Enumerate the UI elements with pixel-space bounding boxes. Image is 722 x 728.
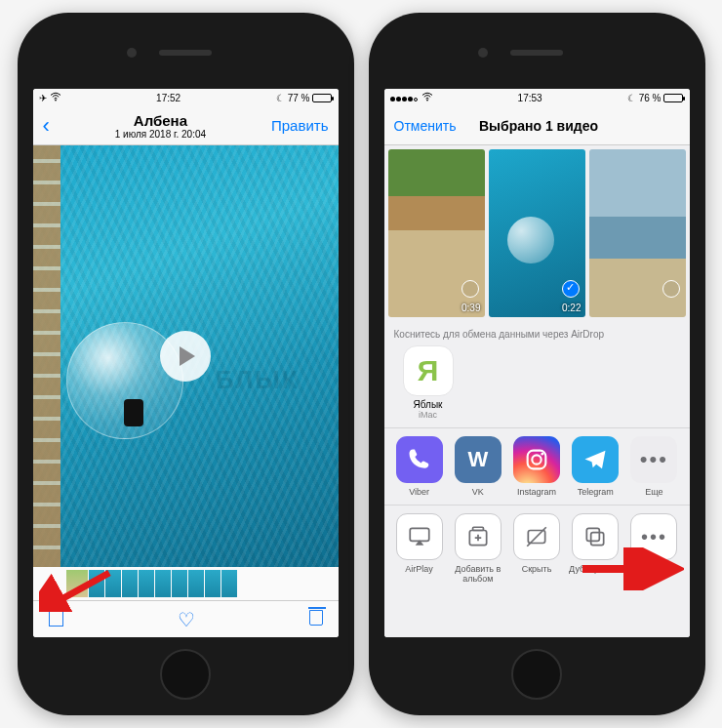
svg-point-2 [426,100,428,101]
phone-speaker [159,50,212,56]
airplay-icon [396,513,443,560]
airdrop-section: Коснитесь для обмена данными через AirDr… [384,321,690,427]
svg-rect-13 [587,528,600,541]
screen-right: 17:53 ☾ 76 % Отменить Выбрано 1 видео 0:… [384,89,690,637]
watermark: БЛЫК [216,365,300,395]
vk-icon: W [455,436,501,483]
share-thumb-0[interactable]: 0:39 [388,149,485,317]
nav-bar: ‹ Албена 1 июля 2018 г. 20:04 Править [33,106,339,145]
share-button[interactable] [49,609,63,630]
phone-camera [478,48,488,58]
airdrop-hint: Коснитесь для обмена данными через AirDr… [394,329,680,340]
share-icon [49,609,63,627]
play-button[interactable] [160,331,211,382]
screen-left: ✈︎ 17:52 ☾ 77 % ‹ Албена 1 июля 2018 г. … [33,89,339,637]
app-label: Telegram [578,487,614,497]
nav-title-block: Выбрано 1 видео [456,118,621,134]
cancel-button[interactable]: Отменить [394,118,457,134]
action-label: AirPlay [405,564,433,574]
edit-button[interactable]: Править [271,117,329,134]
svg-point-0 [55,100,57,101]
share-thumb-1[interactable]: 0:22 [489,149,585,317]
share-app-instagram[interactable]: Instagram [507,436,566,497]
action-hide[interactable]: Скрыть [507,513,566,584]
action-more[interactable]: ••• Еще [624,513,683,584]
trash-icon [309,610,323,626]
signal-icon [390,93,419,103]
video-preview[interactable]: БЛЫК [33,145,339,567]
add-album-icon [455,513,501,560]
wifi-icon [421,92,433,103]
share-actions-row: AirPlay Добавить в альбом Скрыть Дублиро… [384,505,690,591]
share-app-vk[interactable]: W VK [449,436,507,497]
select-badge[interactable] [662,280,680,298]
select-badge-checked[interactable] [562,280,580,298]
share-app-telegram[interactable]: Telegram [566,436,624,497]
telegram-icon [572,436,619,483]
beach-strip [33,145,60,567]
action-add-to-album[interactable]: Добавить в альбом [449,513,507,584]
instagram-icon [513,436,560,483]
delete-button[interactable] [309,610,323,629]
contact-device: iMac [419,410,437,420]
action-label: Еще [645,564,662,574]
battery-pct: 76 % [639,93,662,103]
status-time: 17:52 [156,93,180,103]
nav-title: Выбрано 1 видео [456,118,621,134]
share-thumb-2[interactable] [589,149,686,317]
phone-camera [127,48,137,58]
more-icon: ••• [630,436,677,483]
moon-icon: ☾ [276,93,285,103]
battery-icon [663,94,683,102]
duration-label: 0:22 [562,303,581,313]
favorite-button[interactable]: ♡ [178,608,195,631]
phone-speaker [510,50,563,56]
viber-icon [396,436,443,483]
nav-bar: Отменить Выбрано 1 видео [384,106,690,145]
app-label: VK [472,487,484,497]
action-duplicate[interactable]: Дублировать [566,513,624,584]
bottom-toolbar: ♡ [33,600,339,637]
phone-left: ✈︎ 17:52 ☾ 77 % ‹ Албена 1 июля 2018 г. … [18,13,354,715]
nav-title: Албена [50,112,271,129]
nav-title-block: Албена 1 июля 2018 г. 20:04 [50,112,271,140]
action-airplay[interactable]: AirPlay [390,513,449,584]
airdrop-contact[interactable]: Я Яблык iMac [394,345,462,420]
home-button[interactable] [160,649,211,700]
share-thumbnails[interactable]: 0:39 0:22 [384,145,690,321]
hide-icon [513,513,560,560]
app-label: Еще [645,487,662,497]
wifi-icon [50,92,61,103]
action-label: Скрыть [522,564,552,574]
contact-name: Яблык [414,399,443,410]
status-bar: ✈︎ 17:52 ☾ 77 % [33,89,339,106]
svg-rect-14 [591,533,604,546]
duplicate-icon [572,513,619,560]
duration-label: 0:39 [461,303,480,313]
app-label: Instagram [517,487,556,497]
select-badge[interactable] [461,280,479,298]
timeline-thumbs[interactable] [33,567,339,600]
svg-rect-6 [410,528,429,541]
action-label: Дублировать [569,564,622,574]
share-app-more[interactable]: ••• Еще [624,436,683,497]
share-apps-row: Viber W VK Instagram Telegram ••• Еще [384,427,690,505]
phone-right: 17:53 ☾ 76 % Отменить Выбрано 1 видео 0:… [369,13,705,715]
status-time: 17:53 [518,93,542,103]
app-label: Viber [409,487,429,497]
battery-icon [312,94,332,102]
back-button[interactable]: ‹ [43,115,50,137]
share-sheet: 0:39 0:22 Коснитесь для обмена данными ч… [384,145,690,637]
home-button[interactable] [511,649,562,700]
contact-avatar: Я [403,345,454,396]
action-label: Добавить в альбом [449,564,507,584]
more-icon: ••• [630,513,677,560]
battery-pct: 77 % [288,93,310,103]
svg-point-4 [532,455,541,464]
moon-icon: ☾ [627,93,636,103]
svg-rect-8 [472,527,483,530]
airplane-icon: ✈︎ [39,93,47,103]
nav-subtitle: 1 июля 2018 г. 20:04 [50,129,271,140]
share-app-viber[interactable]: Viber [390,436,449,497]
svg-point-5 [541,453,543,456]
